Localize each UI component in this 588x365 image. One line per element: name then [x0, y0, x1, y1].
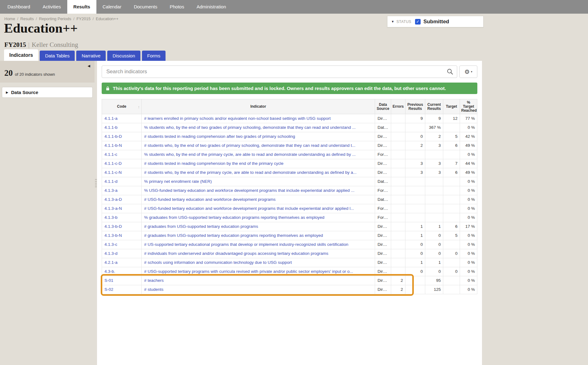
current-results-cell	[425, 195, 443, 204]
tab-discussion[interactable]: Discussion	[107, 51, 140, 61]
indicator-name-link[interactable]: # students who, by the end of the primar…	[144, 170, 356, 175]
target-cell	[443, 204, 460, 213]
indicator-name-link[interactable]: # USG-supported tertiary programs with c…	[144, 269, 353, 274]
current-results-cell	[425, 150, 443, 159]
indicator-code-link[interactable]: 4.1.3-b-D	[104, 224, 122, 229]
code-cell: 4.1.1-b	[102, 123, 142, 132]
errors-cell: 2	[391, 285, 405, 294]
nav-item-dashboard[interactable]: Dashboard	[1, 0, 36, 14]
indicator-code-link[interactable]: 4.1.1-b	[104, 125, 117, 130]
nav-item-calendar[interactable]: Calendar	[96, 0, 128, 14]
target-cell: 5	[443, 132, 460, 141]
indicator-cell: # individuals from underserved and/or di…	[142, 249, 375, 258]
nav-item-results[interactable]: Results	[67, 0, 96, 14]
previous-results-cell	[405, 123, 425, 132]
column-header-indicator[interactable]: Indicator	[142, 99, 375, 114]
indicator-code-link[interactable]: 4.1.1-b-N	[104, 143, 122, 148]
indicator-code-link[interactable]: 4.1.3-a	[104, 188, 117, 193]
column-header-target-reached[interactable]: % Target Reached	[460, 99, 477, 114]
indicator-name-link[interactable]: # graduates from USG-supported tertiary …	[144, 224, 258, 229]
indicator-name-link[interactable]: # schools using information and communic…	[144, 260, 292, 265]
target-reached-cell: 0 %	[460, 240, 477, 249]
indicator-code-link[interactable]: 4.1.3-b	[104, 215, 117, 220]
tab-narrative[interactable]: Narrative	[76, 51, 106, 61]
nav-item-activities[interactable]: Activities	[36, 0, 67, 14]
nav-item-photos[interactable]: Photos	[164, 0, 191, 14]
indicator-code-link[interactable]: 4.3-b.	[104, 269, 115, 274]
indicator-code-link[interactable]: 4.1.3-b-N	[104, 233, 122, 238]
target-cell: 12	[443, 114, 460, 123]
table-row: 4.3-b.# USG-supported tertiary programs …	[102, 267, 477, 276]
column-header-errors[interactable]: Errors	[391, 99, 405, 114]
indicator-code-link[interactable]: 4.1.1-c-D	[104, 161, 122, 166]
indicator-name-link[interactable]: # USG-funded tertiary education and work…	[144, 197, 276, 202]
indicator-name-link[interactable]: % primary net enrollment rate (NER)	[144, 179, 212, 184]
errors-cell	[391, 213, 405, 222]
data-source-cell: Dire...	[375, 132, 391, 141]
nav-item-administration[interactable]: Administration	[190, 0, 232, 14]
tab-indicators[interactable]: Indicators	[4, 49, 38, 61]
indicator-name-link[interactable]: # students tested in reading comprehensi…	[144, 134, 295, 139]
indicator-code-link[interactable]: 4.1.3-c	[104, 242, 117, 247]
indicator-name-link[interactable]: # learners enrolled in primary schools a…	[144, 116, 331, 121]
status-checkbox[interactable]: ✓	[415, 19, 421, 25]
indicator-name-link[interactable]: % students who, by the end of two grades…	[144, 125, 356, 130]
indicator-name-link[interactable]: % graduates from USG-supported tertiary …	[144, 215, 325, 220]
data-source-filter[interactable]: ▶ Data Source	[2, 87, 93, 98]
target-reached-cell: 0 %	[460, 267, 477, 276]
code-cell: 4.2.1-a	[102, 258, 142, 267]
current-results-cell: 2	[425, 132, 443, 141]
indicator-name-link[interactable]: # individuals from underserved and/or di…	[144, 251, 328, 256]
indicator-code-link[interactable]: 4.2.1-a	[104, 260, 117, 265]
breadcrumb-item-fy2015[interactable]: FY2015	[77, 16, 91, 21]
code-cell: 4.1.3-b-D	[102, 222, 142, 231]
target-reached-cell: 0 %	[460, 123, 477, 132]
indicator-name-link[interactable]: % students who, by the end of the primar…	[144, 152, 356, 157]
collapse-sidebar-icon[interactable]: ◀	[88, 64, 90, 68]
indicator-code-link[interactable]: 4.1.1-a	[104, 116, 117, 121]
table-row: 4.1.3-a% USG-funded tertiary education a…	[102, 186, 477, 195]
previous-results-cell: 0	[405, 249, 425, 258]
code-cell: 4.1.1-b-N	[102, 141, 142, 150]
indicator-code-link[interactable]: 4.1.1-c	[104, 152, 117, 157]
indicator-code-link[interactable]: 4.1.1-b-D	[104, 134, 122, 139]
data-source-cell: Form...	[375, 150, 391, 159]
indicator-code-link[interactable]: 4.1.3-a-D	[104, 197, 122, 202]
indicator-name-link[interactable]: # USG-funded tertiary education and work…	[144, 206, 354, 211]
errors-cell	[391, 249, 405, 258]
column-header-target[interactable]: Target	[443, 99, 460, 114]
column-header-code[interactable]: Code↑	[102, 99, 142, 114]
errors-cell	[391, 141, 405, 150]
indicator-name-link[interactable]: # students who, by the end of two grades…	[144, 143, 355, 148]
current-results-cell: 3	[425, 159, 443, 168]
search-input[interactable]	[102, 65, 457, 78]
indicator-name-link[interactable]: % USG-funded tertiary education and work…	[144, 188, 354, 193]
indicator-code-link[interactable]: 4.1.1-c-N	[104, 170, 122, 175]
column-header-data-source[interactable]: Data Source	[375, 99, 391, 114]
search-icon[interactable]	[447, 68, 453, 76]
data-source-cell: Form...	[375, 213, 391, 222]
tab-data-tables[interactable]: Data Tables	[40, 51, 75, 61]
reporting-period: FY2015	[4, 41, 26, 48]
current-results-cell: 95	[425, 276, 443, 285]
column-header-current-results[interactable]: Current Results	[425, 99, 443, 114]
indicator-name-link[interactable]: # students	[144, 287, 163, 292]
indicator-name-link[interactable]: # US-supported tertiary educational prog…	[144, 242, 348, 247]
tab-forms[interactable]: Forms	[142, 51, 166, 61]
target-cell: 5	[443, 231, 460, 240]
indicator-code-link[interactable]: S-02	[104, 287, 113, 292]
indicator-code-link[interactable]: 4.1.1-d	[104, 179, 117, 184]
target-cell	[443, 123, 460, 132]
indicator-code-link[interactable]: S-01	[104, 278, 113, 283]
indicator-name-link[interactable]: # teachers	[144, 278, 164, 283]
indicator-code-link[interactable]: 4.1.3-d	[104, 251, 117, 256]
column-header-previous-results[interactable]: Previous Results	[405, 99, 425, 114]
panel-resize-handle[interactable]	[95, 178, 97, 188]
status-box[interactable]: ▼ STATUS ✓ Submitted	[387, 16, 484, 27]
indicator-name-link[interactable]: # graduates from USG-supported tertiary …	[144, 233, 323, 238]
indicator-name-link[interactable]: # students tested in reading comprehensi…	[144, 161, 284, 166]
indicator-code-link[interactable]: 4.1.3-a-N	[104, 206, 122, 211]
table-row: 4.1.3-b-N# graduates from USG-supported …	[102, 231, 477, 240]
settings-button[interactable]: ⚙ ▾	[459, 65, 477, 78]
nav-item-documents[interactable]: Documents	[128, 0, 164, 14]
